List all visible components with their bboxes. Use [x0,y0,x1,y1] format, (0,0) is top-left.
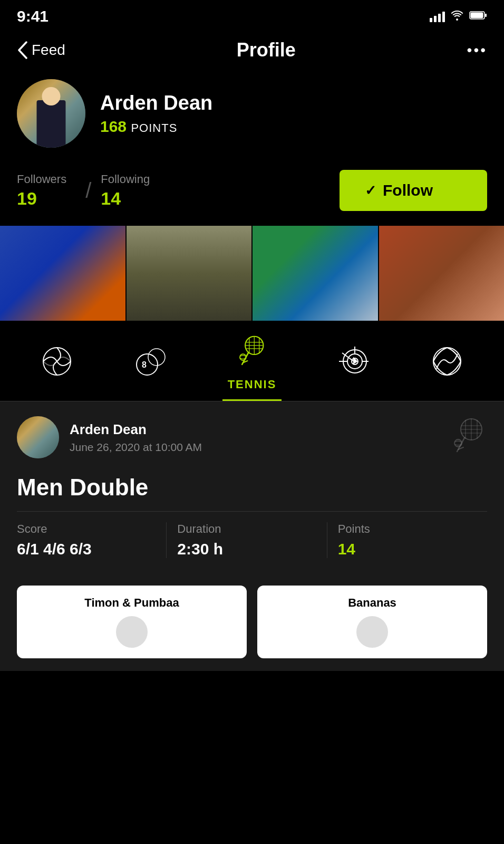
team-2-avatar [356,616,388,648]
followers-label: Followers [17,172,66,186]
activity-user-info: Arden Dean June 26, 2020 at 10:00 AM [17,416,202,458]
tab-volleyball[interactable] [426,346,468,391]
activity-stats-divider [17,511,487,512]
activity-section: Arden Dean June 26, 2020 at 10:00 AM Men… [0,401,504,573]
wifi-icon [450,9,464,23]
activity-meta: Arden Dean June 26, 2020 at 10:00 AM [70,421,202,454]
following-block: Following 14 [101,172,150,209]
follow-button[interactable]: ✓ Follow [340,170,487,211]
points-number: 168 [100,118,127,135]
activity-points-label: Points [338,522,477,536]
follow-check-icon: ✓ [365,183,376,199]
team-cards: Timon & Pumbaa Bananas [0,573,504,671]
activity-stats: Score 6/1 4/6 6/3 Duration 2:30 h Points… [17,522,487,558]
activity-points-value: 14 [338,540,477,558]
svg-point-35 [454,439,462,447]
photo-item-3[interactable] [253,226,379,321]
avatar [17,79,85,148]
profile-points: 168 POINTS [100,118,487,136]
followers-count: 19 [17,188,66,209]
photo-item-2[interactable] [127,226,253,321]
tennis-icon [236,335,268,371]
team-card-2[interactable]: Bananas [257,586,487,658]
activity-avatar [17,416,59,458]
activity-date: June 26, 2020 at 10:00 AM [70,441,202,454]
points-label: POINTS [131,121,177,135]
svg-text:8: 8 [142,360,147,369]
team-2-name: Bananas [348,596,396,610]
target-icon [338,346,370,381]
signal-icon [430,11,445,22]
activity-header: Arden Dean June 26, 2020 at 10:00 AM [17,416,487,458]
more-button[interactable]: ••• [467,42,487,59]
score-value: 6/1 4/6 6/3 [17,540,156,558]
tab-tennis[interactable]: TENNIS [222,335,282,401]
status-bar: 9:41 [0,0,504,30]
page-title: Profile [237,39,296,61]
profile-name: Arden Dean [100,92,487,114]
svg-point-4 [137,354,158,375]
followers-row: Followers 19 / Following 14 ✓ Follow [0,162,504,226]
score-block: Score 6/1 4/6 6/3 [17,522,167,558]
back-button[interactable]: Feed [17,41,65,59]
score-label: Score [17,522,156,536]
following-label: Following [101,172,150,186]
team-card-1[interactable]: Timon & Pumbaa [17,586,247,658]
stat-divider: / [85,180,91,201]
duration-value: 2:30 h [177,540,316,558]
status-icons [430,9,487,23]
volleyball-icon [431,346,463,381]
status-time: 9:41 [17,7,49,25]
photo-item-4[interactable] [379,226,505,321]
photo-item-1[interactable] [0,226,127,321]
duration-block: Duration 2:30 h [177,522,327,558]
back-label: Feed [32,42,65,59]
profile-info: Arden Dean 168 POINTS [100,92,487,136]
basketball-icon [41,346,73,381]
svg-point-16 [240,354,246,360]
photo-strip [0,226,504,321]
activity-title: Men Double [17,474,487,501]
activity-tennis-icon [450,418,487,457]
tab-target[interactable] [333,346,375,391]
points-block: Points 14 [338,522,487,558]
following-count: 14 [101,188,150,209]
tab-billiards[interactable]: 8 [129,346,171,391]
sport-tabs: 8 [0,321,504,401]
profile-section: Arden Dean 168 POINTS [0,74,504,162]
tab-basketball[interactable] [36,346,78,391]
tennis-label: TENNIS [228,378,277,391]
followers-block: Followers 19 [17,172,66,209]
billiards-icon: 8 [134,346,166,381]
team-1-avatar [116,616,148,648]
follow-label: Follow [383,181,433,199]
svg-point-6 [148,349,165,366]
team-1-name: Timon & Pumbaa [84,596,179,610]
battery-icon [469,11,487,22]
svg-rect-2 [485,14,487,17]
activity-user-name: Arden Dean [70,421,202,438]
svg-rect-1 [471,13,483,18]
header: Feed Profile ••• [0,30,504,74]
duration-label: Duration [177,522,316,536]
